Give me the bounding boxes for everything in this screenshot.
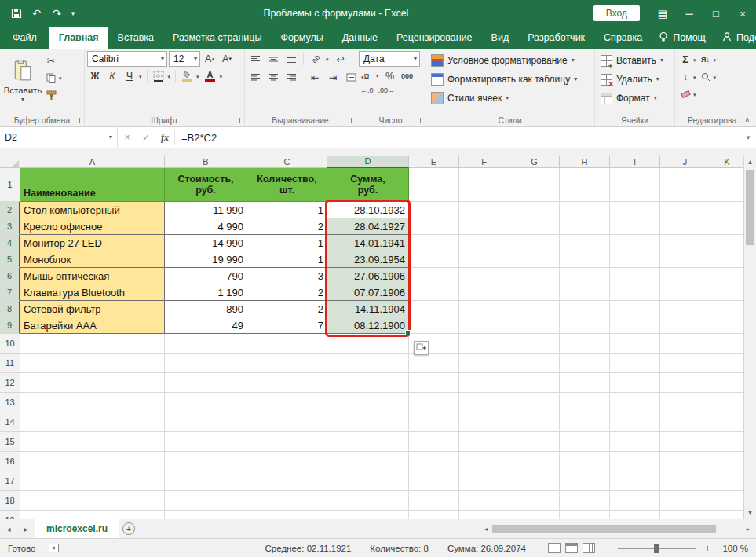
cell-H10[interactable] <box>560 334 610 354</box>
cell-A14[interactable] <box>20 412 165 432</box>
row-header-7[interactable]: 7 <box>0 284 20 301</box>
cell-E7[interactable] <box>409 284 459 301</box>
format-as-table-button[interactable]: Форматировать как таблицу ▾ <box>428 70 592 89</box>
cell-H11[interactable] <box>560 354 610 373</box>
tab-developer[interactable]: Разработчик <box>518 27 594 49</box>
comma-style-icon[interactable]: 000 <box>400 69 415 82</box>
conditional-formatting-button[interactable]: Условное форматирование ▾ <box>428 51 592 70</box>
chevron-down-icon[interactable]: ▾ <box>196 74 199 79</box>
zoom-in-button[interactable]: + <box>702 542 713 554</box>
column-header-K[interactable]: K <box>710 156 744 168</box>
cell-J15[interactable] <box>660 432 710 452</box>
orientation-icon[interactable]: ab <box>308 51 323 67</box>
cell-K3[interactable] <box>710 218 744 235</box>
cell-B13[interactable] <box>165 393 247 412</box>
chevron-down-icon[interactable]: ▾ <box>714 57 717 63</box>
italic-button[interactable]: К <box>104 68 120 84</box>
cell-F16[interactable] <box>459 452 509 471</box>
expand-formula-bar-icon[interactable]: ▾ <box>740 127 756 148</box>
row-header-17[interactable]: 17 <box>0 471 20 491</box>
cell-C1[interactable]: Количество, шт. <box>247 168 327 202</box>
row-header-9[interactable]: 9 <box>0 317 20 334</box>
cell-F4[interactable] <box>459 235 509 251</box>
align-left-icon[interactable] <box>247 69 263 85</box>
horizontal-scroll-thumb[interactable] <box>492 525 716 533</box>
cell-B19[interactable] <box>165 511 247 519</box>
undo-icon[interactable]: ↶ <box>27 3 46 24</box>
insert-function-icon[interactable]: fx <box>155 127 174 148</box>
cell-J4[interactable] <box>660 235 710 251</box>
cell-H16[interactable] <box>560 452 610 471</box>
cell-G16[interactable] <box>509 452 560 471</box>
fill-icon[interactable]: ↓ <box>677 69 693 85</box>
cell-A17[interactable] <box>20 471 165 491</box>
column-header-F[interactable]: F <box>459 156 509 168</box>
chevron-down-icon[interactable]: ▾ <box>139 74 142 79</box>
cell-F7[interactable] <box>459 284 509 301</box>
underline-button[interactable]: Ч <box>122 68 137 84</box>
tab-home[interactable]: Главная <box>49 27 108 49</box>
cell-I6[interactable] <box>610 268 660 284</box>
cell-K17[interactable] <box>710 471 744 491</box>
cell-E1[interactable] <box>409 168 459 202</box>
row-header-1[interactable]: 1 <box>0 168 20 202</box>
dialog-launcher-icon[interactable] <box>346 118 352 123</box>
row-header-14[interactable]: 14 <box>0 412 20 432</box>
cancel-icon[interactable]: × <box>118 127 137 148</box>
tab-formulas[interactable]: Формулы <box>271 27 332 49</box>
cell-B15[interactable] <box>165 432 247 452</box>
cell-D14[interactable] <box>327 412 409 432</box>
cell-K18[interactable] <box>710 491 744 511</box>
cell-H12[interactable] <box>560 373 610 393</box>
cell-A10[interactable] <box>20 334 165 354</box>
cell-E15[interactable] <box>409 432 459 452</box>
cell-H14[interactable] <box>560 412 610 432</box>
name-box[interactable]: D2 ▾ <box>0 127 118 148</box>
cell-J9[interactable] <box>660 317 710 334</box>
cell-A8[interactable]: Сетевой фильтр <box>20 301 165 317</box>
cell-E5[interactable] <box>409 251 459 268</box>
cell-G1[interactable] <box>509 168 560 202</box>
column-header-J[interactable]: J <box>660 156 710 168</box>
cell-A6[interactable]: Мышь оптическая <box>20 268 165 284</box>
vertical-scrollbar[interactable]: ▲ ▼ <box>743 156 756 519</box>
borders-icon[interactable] <box>151 68 166 84</box>
scroll-up-icon[interactable]: ▲ <box>744 156 756 168</box>
autosum-icon[interactable]: Σ <box>677 52 693 68</box>
cell-G13[interactable] <box>509 393 560 412</box>
column-header-E[interactable]: E <box>409 156 459 168</box>
cell-B2[interactable]: 11 990 <box>165 202 247 218</box>
vertical-scroll-thumb[interactable] <box>746 170 754 245</box>
cell-D1[interactable]: Сумма, руб. <box>327 168 409 202</box>
horizontal-scrollbar[interactable]: ◂ ▸ <box>480 519 756 538</box>
cell-A12[interactable] <box>20 373 165 393</box>
cell-I7[interactable] <box>610 284 660 301</box>
increase-decimal-icon[interactable]: ←.0 <box>359 84 375 97</box>
cell-K8[interactable] <box>710 301 744 317</box>
add-sheet-button[interactable]: + <box>119 519 138 538</box>
align-right-icon[interactable] <box>283 69 299 85</box>
cell-H15[interactable] <box>560 432 610 452</box>
cell-G2[interactable] <box>509 202 560 218</box>
cell-I5[interactable] <box>610 251 660 268</box>
chevron-down-icon[interactable]: ▾ <box>693 57 696 63</box>
cell-D11[interactable] <box>327 354 409 373</box>
cell-I10[interactable] <box>610 334 660 354</box>
cell-J12[interactable] <box>660 373 710 393</box>
cell-J14[interactable] <box>660 412 710 432</box>
cell-A7[interactable]: Клавиатура Bluetooth <box>20 284 165 301</box>
cell-F13[interactable] <box>459 393 509 412</box>
name-box-dropdown-icon[interactable]: ▾ <box>109 134 112 141</box>
cell-A11[interactable] <box>20 354 165 373</box>
cell-H7[interactable] <box>560 284 610 301</box>
align-bottom-icon[interactable] <box>283 51 299 67</box>
cell-F11[interactable] <box>459 354 509 373</box>
cell-E9[interactable] <box>409 317 459 334</box>
column-header-I[interactable]: I <box>610 156 660 168</box>
cell-C7[interactable]: 2 <box>247 284 327 301</box>
cell-I3[interactable] <box>610 218 660 235</box>
cell-F15[interactable] <box>459 432 509 452</box>
cell-D6[interactable]: 27.06.1906 <box>327 268 409 284</box>
view-page-layout-icon[interactable] <box>565 543 578 553</box>
select-all-corner[interactable] <box>0 156 20 168</box>
